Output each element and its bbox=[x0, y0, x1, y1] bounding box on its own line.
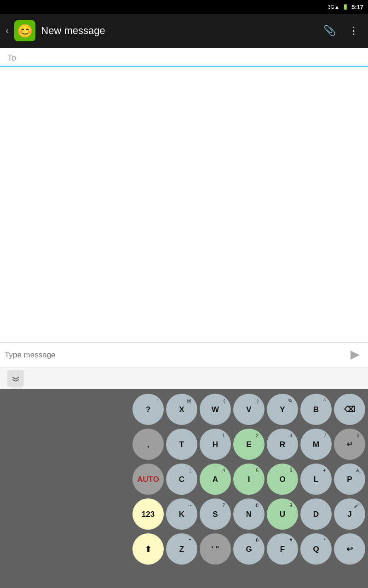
key-___-4-2[interactable]: ' " bbox=[200, 533, 231, 565]
key-label: I bbox=[248, 475, 250, 483]
keyboard-row-4: ⬆=Z' "0G#F*Q↩ bbox=[0, 531, 368, 566]
clock: 5:17 bbox=[351, 4, 363, 11]
key-T-1-1[interactable]: T bbox=[166, 429, 197, 460]
key-B-0-5[interactable]: ^B bbox=[300, 394, 332, 425]
message-area bbox=[0, 67, 368, 342]
chevron-down-icon bbox=[12, 377, 19, 378]
send-icon bbox=[351, 351, 360, 360]
to-field-container bbox=[0, 48, 368, 67]
key-label: U bbox=[280, 510, 285, 518]
key-super-label: ) bbox=[257, 398, 259, 403]
key-label: S bbox=[213, 510, 218, 518]
key-L-2-5[interactable]: +L bbox=[300, 464, 332, 495]
key-label: O bbox=[279, 475, 285, 483]
key-W-0-2[interactable]: (W bbox=[200, 394, 231, 425]
key-X-0-1[interactable]: @X bbox=[166, 394, 197, 425]
key-Q-4-5[interactable]: *Q bbox=[300, 533, 332, 565]
key-label: ⬆ bbox=[145, 545, 151, 553]
key-super-label: ! bbox=[156, 398, 158, 403]
key-F-4-4[interactable]: #F bbox=[267, 533, 298, 565]
type-message-bar bbox=[0, 342, 368, 368]
page-title: New message bbox=[41, 25, 314, 37]
key-label: G bbox=[246, 545, 252, 553]
key-super-label: 7 bbox=[222, 503, 225, 508]
key-label: M bbox=[313, 441, 319, 448]
key-M-1-5[interactable]: /M bbox=[300, 429, 332, 460]
key-label: V bbox=[246, 406, 251, 413]
back-button[interactable]: ‹ bbox=[6, 25, 9, 37]
key-I-2-3[interactable]: 5I bbox=[233, 464, 264, 495]
overflow-menu-icon[interactable]: ⋮ bbox=[345, 21, 362, 40]
key-super-label: 2 bbox=[256, 433, 259, 438]
key-super-label: + bbox=[323, 468, 326, 473]
key-K-3-1[interactable]: ~K bbox=[166, 498, 197, 530]
status-bar: 3G▲ 🔋 5:17 bbox=[0, 0, 368, 14]
key-Y-0-4[interactable]: %Y bbox=[267, 394, 298, 425]
key-label: ' " bbox=[212, 545, 219, 553]
app-logo: 😊 bbox=[14, 20, 35, 41]
attach-icon[interactable]: 📎 bbox=[320, 21, 339, 40]
key-super-label: 3 bbox=[289, 433, 292, 438]
key-super-label: ^ bbox=[323, 398, 326, 403]
key-label: , bbox=[147, 441, 150, 448]
key-label: Y bbox=[280, 406, 285, 413]
key-_-4-0[interactable]: ⬆ bbox=[132, 533, 164, 565]
key-label: R bbox=[280, 441, 285, 448]
key-S-3-2[interactable]: 7S bbox=[200, 498, 231, 530]
key-super-label: ; bbox=[190, 468, 191, 473]
key-label: A bbox=[213, 475, 218, 483]
key-label: X bbox=[179, 406, 184, 413]
key-super-label: 8 bbox=[256, 503, 259, 508]
send-button[interactable] bbox=[345, 346, 363, 364]
key-Z-4-1[interactable]: =Z bbox=[166, 533, 197, 565]
key-label: Z bbox=[179, 545, 184, 553]
key-label: E bbox=[246, 441, 251, 448]
key-_-4-6[interactable]: ↩ bbox=[334, 533, 365, 565]
key-super-label: % bbox=[288, 398, 292, 403]
key-label: ↩ bbox=[346, 545, 353, 553]
key-label: ? bbox=[146, 406, 150, 413]
key-_-1-6[interactable]: $↵ bbox=[334, 429, 365, 460]
key-super-label: 9 bbox=[289, 503, 292, 508]
key-H-1-2[interactable]: 1H bbox=[200, 429, 231, 460]
key-U-3-4[interactable]: 9U bbox=[267, 498, 298, 530]
key-_-1-0[interactable]: , bbox=[132, 429, 164, 460]
key-V-0-3[interactable]: )V bbox=[233, 394, 264, 425]
key-G-4-3[interactable]: 0G bbox=[233, 533, 264, 565]
key-O-2-4[interactable]: 6O bbox=[267, 464, 298, 495]
key-D-3-5[interactable]: -D bbox=[300, 498, 332, 530]
key-_-0-6[interactable]: ⌫ bbox=[334, 394, 365, 425]
network-indicator: 3G▲ bbox=[328, 4, 339, 10]
key-super-label: ( bbox=[224, 398, 225, 403]
keyboard-row-0: !?@X(W)V%Y^B⌫ bbox=[0, 392, 368, 427]
key-label: J bbox=[347, 510, 351, 518]
type-message-input[interactable] bbox=[5, 351, 345, 360]
key-N-3-3[interactable]: 8N bbox=[233, 498, 264, 530]
key-123-3-0[interactable]: 123 bbox=[132, 498, 164, 530]
keyboard-row-2: AUTO;C4A5I6O+L&P bbox=[0, 462, 368, 497]
key-AUTO-2-0[interactable]: AUTO bbox=[132, 464, 164, 495]
collapse-bar bbox=[0, 368, 368, 389]
key-label: ↵ bbox=[346, 441, 353, 448]
key-label: P bbox=[347, 475, 352, 483]
key-super-label: 0 bbox=[256, 538, 259, 543]
collapse-keyboard-button[interactable] bbox=[7, 370, 24, 387]
key-super-label: * bbox=[324, 538, 326, 543]
logo-icon: 😊 bbox=[17, 23, 33, 39]
key-super-label: # bbox=[289, 538, 292, 543]
key-E-1-3[interactable]: 2E bbox=[233, 429, 264, 460]
key-R-1-4[interactable]: 3R bbox=[267, 429, 298, 460]
key-label: L bbox=[314, 475, 318, 483]
key-_-0-0[interactable]: !? bbox=[132, 394, 164, 425]
key-C-2-1[interactable]: ;C bbox=[166, 464, 197, 495]
key-P-2-6[interactable]: &P bbox=[334, 464, 365, 495]
key-A-2-2[interactable]: 4A bbox=[200, 464, 231, 495]
keyboard-row-3: 123~K7S8N9U-D🎤J bbox=[0, 497, 368, 531]
key-J-3-6[interactable]: 🎤J bbox=[334, 498, 365, 530]
key-super-label: 4 bbox=[222, 468, 225, 473]
key-label: K bbox=[179, 510, 184, 518]
key-super-label: & bbox=[356, 468, 359, 473]
to-input[interactable] bbox=[7, 51, 361, 66]
battery-indicator: 🔋 bbox=[342, 4, 349, 10]
key-label: 123 bbox=[142, 510, 155, 518]
